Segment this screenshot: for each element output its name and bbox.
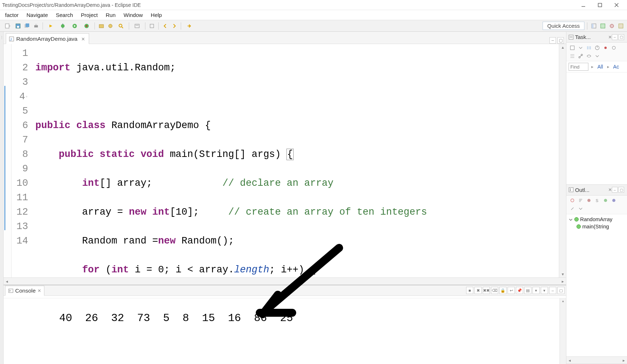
close-window-button[interactable] <box>608 0 625 10</box>
quick-access-field[interactable]: Quick Access <box>543 22 584 30</box>
maximize-view-button[interactable]: ▢ <box>557 287 565 294</box>
new-package-button[interactable] <box>97 22 105 30</box>
editor-area[interactable]: 1 2 3 4◦ 5 6 7 8 9 10 11 12 13 14 import… <box>4 44 566 277</box>
scroll-left-icon[interactable]: ◂ <box>6 279 8 284</box>
menu-navigate[interactable]: Navigate <box>23 10 52 19</box>
minimize-button[interactable] <box>575 0 592 10</box>
categorize-button[interactable] <box>585 44 592 51</box>
chevron-down-icon[interactable] <box>569 217 573 222</box>
terminate-button[interactable]: ■ <box>466 287 473 294</box>
code-text[interactable]: import java.util.Random; ​ public class … <box>32 44 559 277</box>
nav-back-button[interactable] <box>161 22 169 30</box>
task-find-input[interactable] <box>569 63 588 71</box>
scroll-up-icon[interactable]: ▴ <box>562 298 564 304</box>
svg-line-20 <box>122 27 123 28</box>
new-dropdown-button[interactable] <box>2 22 13 30</box>
task-dropdown-button[interactable] <box>577 44 584 51</box>
toggle-mark-button[interactable] <box>148 22 156 30</box>
focus-button[interactable] <box>602 44 609 51</box>
open-perspective-button[interactable] <box>590 22 598 30</box>
new-task-button[interactable] <box>569 44 576 51</box>
save-button[interactable] <box>14 22 22 30</box>
remove-launch-button[interactable]: ✖ <box>474 287 482 294</box>
sync-button[interactable] <box>610 44 617 51</box>
maximize-view-button[interactable]: ▢ <box>618 187 624 193</box>
editor-vertical-scrollbar[interactable]: ▴ ▾ <box>559 44 566 277</box>
scroll-right-icon[interactable]: ▸ <box>623 358 625 363</box>
display-selected-button[interactable]: ▤ <box>524 287 531 294</box>
nav-forward-button[interactable] <box>170 22 178 30</box>
maximize-view-button[interactable]: ▢ <box>618 34 624 40</box>
outline-horizontal-scrollbar[interactable]: ◂ ▸ <box>566 356 627 364</box>
console-tab[interactable]: Console ✕ <box>5 286 44 296</box>
minimize-view-button[interactable]: – <box>612 34 618 40</box>
svg-rect-28 <box>619 24 623 28</box>
collapse-all-button[interactable] <box>569 52 576 60</box>
outline-node-class[interactable]: RandomArray <box>569 216 625 223</box>
pin-console-button[interactable]: 📌 <box>516 287 523 294</box>
maximize-view-button[interactable]: ▢ <box>557 37 564 44</box>
menu-dropdown-button[interactable] <box>593 52 601 60</box>
filter-all-link[interactable]: All <box>596 64 604 70</box>
hide-button[interactable] <box>585 52 592 60</box>
new-console-dropdown[interactable]: ▾ <box>541 287 548 294</box>
toolbar-separator <box>181 22 181 30</box>
coverage-dropdown-button[interactable] <box>81 22 92 30</box>
task-list-body[interactable] <box>566 73 627 184</box>
close-icon[interactable]: ✕ <box>608 187 612 192</box>
debug-perspective-button[interactable] <box>608 22 616 30</box>
minimize-view-button[interactable]: – <box>549 287 556 294</box>
console-vertical-scrollbar[interactable]: ▴ ▾ <box>560 298 566 364</box>
menu-search[interactable]: Search <box>52 10 77 19</box>
schedule-button[interactable] <box>593 44 601 51</box>
print-button[interactable] <box>32 22 40 30</box>
remove-all-button[interactable]: ✖✖ <box>483 287 490 294</box>
link-button[interactable] <box>577 52 584 60</box>
menu-run[interactable]: Run <box>102 10 119 19</box>
console-output[interactable]: 40 26 32 73 5 8 15 16 86 25 ▴ ▾ <box>4 298 566 364</box>
hide-local-button[interactable] <box>610 197 617 204</box>
scroll-up-icon[interactable]: ▴ <box>562 44 564 51</box>
trim-handle-icon[interactable]: ⋮ <box>0 35 4 39</box>
scroll-down-icon[interactable]: ▾ <box>562 271 564 277</box>
link-editor-button[interactable] <box>569 205 576 212</box>
open-console-dropdown[interactable]: ▾ <box>532 287 540 294</box>
close-icon[interactable]: ✕ <box>38 288 41 293</box>
minimize-view-button[interactable]: – <box>549 37 556 44</box>
save-all-button[interactable] <box>23 22 31 30</box>
sort-button[interactable] <box>577 197 584 204</box>
filter-active-link[interactable]: Ac <box>612 64 620 70</box>
scroll-lock-button[interactable]: 🔒 <box>499 287 507 294</box>
build-dropdown-button[interactable] <box>45 22 56 30</box>
hide-static-button[interactable]: S <box>593 197 601 204</box>
outline-node-method[interactable]: main(String <box>569 223 625 230</box>
search-dropdown-button[interactable] <box>132 22 142 30</box>
java-perspective-button[interactable] <box>599 22 607 30</box>
editor-horizontal-scrollbar[interactable]: ◂ ▸ <box>4 277 566 285</box>
new-class-button[interactable] <box>106 22 114 30</box>
run-dropdown-button[interactable] <box>69 22 80 30</box>
close-icon[interactable]: ✕ <box>608 35 612 40</box>
menu-help[interactable]: Help <box>147 10 166 19</box>
clear-console-button[interactable]: ⌫ <box>491 287 498 294</box>
word-wrap-button[interactable]: ↩ <box>508 287 515 294</box>
hide-fields-button[interactable] <box>585 197 592 204</box>
outline-menu-dropdown[interactable] <box>577 205 584 212</box>
last-edit-button[interactable] <box>184 22 194 30</box>
overview-ruler <box>4 44 12 277</box>
outline-tree[interactable]: RandomArray main(String <box>566 214 627 356</box>
maximize-button[interactable] <box>592 0 608 10</box>
scroll-right-icon[interactable]: ▸ <box>562 279 564 284</box>
debug-dropdown-button[interactable] <box>57 22 68 30</box>
team-perspective-button[interactable] <box>617 22 625 30</box>
minimize-view-button[interactable]: – <box>612 187 618 193</box>
menu-window[interactable]: Window <box>120 10 146 19</box>
scroll-left-icon[interactable]: ◂ <box>569 358 571 363</box>
editor-tab-randomarraydemo[interactable]: J RandomArrayDemo.java ✕ <box>6 33 89 44</box>
menu-refactor[interactable]: factor <box>1 10 22 19</box>
hide-nonpublic-button[interactable] <box>602 197 609 204</box>
menu-project[interactable]: Project <box>77 10 101 19</box>
open-type-button[interactable] <box>115 22 126 30</box>
focus-active-button[interactable] <box>569 197 576 204</box>
close-icon[interactable]: ✕ <box>81 36 85 42</box>
